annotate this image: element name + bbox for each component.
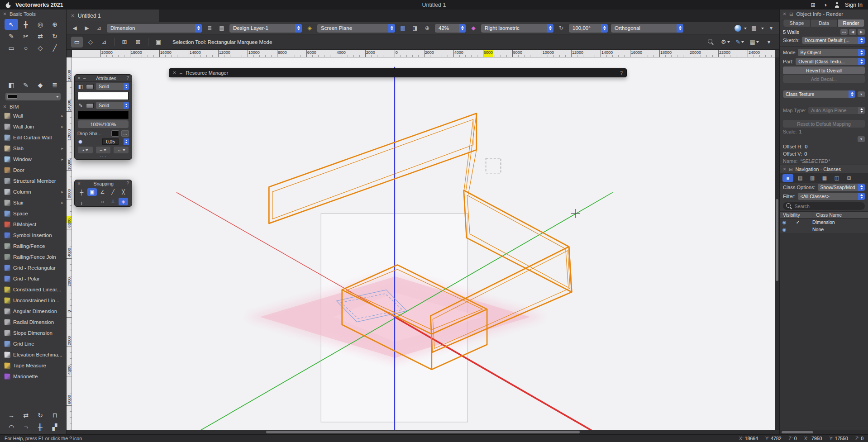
bim-item-door[interactable]: Door [0, 165, 66, 176]
bim-item-angular-dimension[interactable]: Angular Dimension [0, 306, 66, 317]
snap-perpendicular-toggle[interactable]: ⊥ [108, 198, 118, 205]
layer-options-icon[interactable]: ≣ [205, 24, 214, 33]
bim-item-unconstrained-lin[interactable]: Unconstrained Lin... [0, 295, 66, 306]
toolbar-overflow-icon[interactable]: ▾ [767, 24, 776, 33]
pen-color-well[interactable] [78, 111, 129, 119]
sheet-layers-icon[interactable]: ▥ [807, 174, 818, 182]
viewports-icon[interactable]: ▦ [819, 174, 830, 182]
circle-tool[interactable]: ○ [19, 43, 33, 53]
fillet-tool[interactable]: ◠ [5, 422, 18, 432]
tool-attribute-select[interactable] [5, 93, 61, 100]
bim-item-wall[interactable]: Wall▸ [0, 110, 66, 121]
layer-visibility-icon[interactable]: ▤ [217, 24, 226, 33]
visibility-check-icon[interactable]: ✓ [789, 220, 807, 225]
tab-data[interactable]: Data [811, 19, 838, 27]
attributes-palette[interactable]: × – Attributes ? ◧ Solid [74, 74, 132, 160]
drop-shadow-swatch[interactable] [111, 130, 119, 137]
chevron-down-icon[interactable] [744, 28, 747, 31]
move-by-points-tool[interactable]: → [5, 410, 18, 421]
mirror-tool[interactable]: ⇄ [33, 31, 47, 42]
fill-color-well[interactable] [78, 92, 129, 100]
visibility-column-header[interactable]: Visibility [780, 212, 812, 218]
class-search-input[interactable] [794, 203, 862, 209]
dock-icon[interactable]: ⊟ [789, 167, 792, 172]
snap-working-plane-toggle[interactable]: ◈ [119, 198, 128, 205]
modebar-overflow-icon[interactable]: ▾ [763, 37, 775, 48]
bim-item-radial-dimension[interactable]: Radial Dimension [0, 317, 66, 328]
filter-select[interactable]: <All Classes> [798, 193, 865, 200]
close-tab-icon[interactable]: × [71, 14, 74, 18]
bim-item-window[interactable]: Window▸ [0, 154, 66, 165]
attr-style-tool[interactable]: ≣ [48, 80, 62, 90]
part-select[interactable]: Overall (Class Textu... [796, 58, 865, 65]
attributes-palette-header[interactable]: × – Attributes ? [75, 75, 132, 82]
class-row[interactable]: ◉✓Dimension [780, 219, 868, 226]
interactive-scaling-on-button[interactable]: ⊠ [132, 37, 144, 48]
lasso-mode-button[interactable]: ◇ [85, 37, 96, 48]
references-icon[interactable]: ⊞ [844, 174, 854, 182]
attr-fill-tool[interactable]: ◆ [33, 80, 47, 90]
clip-tool[interactable]: ▞ [48, 422, 62, 432]
bim-item-column[interactable]: Column▸ [0, 186, 66, 197]
close-icon[interactable]: × [783, 12, 786, 16]
opacity-control[interactable]: 100%/100% [78, 120, 129, 128]
drop-shadow-options-button[interactable]: … [121, 130, 129, 137]
snap-smart-point-toggle[interactable]: ─ [87, 198, 97, 205]
polygon-mode-button[interactable]: ⊿ [98, 37, 110, 48]
bim-item-grid-line[interactable]: Grid Line [0, 338, 66, 349]
class-search[interactable] [783, 202, 865, 210]
marquee-mode-button[interactable]: ▭ [71, 37, 83, 48]
render-mode-icon[interactable] [734, 25, 741, 32]
snap-grid-toggle[interactable]: ┼ [77, 188, 86, 196]
snapping-palette[interactable]: × Snapping ? ┼▣∠╱╳┬─○⊥◈ [74, 180, 132, 207]
workspace-icon[interactable]: ⊞ [810, 1, 816, 8]
stepper[interactable] [124, 138, 129, 145]
horizontal-scrollbar[interactable] [67, 430, 779, 434]
back-icon[interactable]: ◀ [70, 24, 79, 33]
mode-select[interactable]: By Object [798, 49, 865, 56]
rotate-2d-tool[interactable]: ↻ [33, 410, 47, 421]
split-tool[interactable]: ✂ [19, 31, 33, 42]
pen-pattern-swatch[interactable] [86, 103, 94, 108]
zoom-tool[interactable]: ⊕ [48, 19, 62, 30]
fill-bucket-icon[interactable]: ◧ [77, 84, 84, 90]
rectangle-tool[interactable]: ▭ [5, 43, 18, 53]
snap-edge-toggle[interactable]: ╱ [108, 188, 118, 196]
snap-intersection-toggle[interactable]: ╳ [119, 188, 128, 196]
pan-tool[interactable]: ╋ [19, 19, 33, 30]
bim-item-stair[interactable]: Stair▸ [0, 197, 66, 208]
plane-indicator-icon[interactable]: ◈ [305, 24, 314, 33]
more-options-button[interactable]: ••• [840, 29, 848, 35]
line-thickness-select[interactable]: ▪ [78, 147, 93, 153]
pen-icon[interactable]: ✎ [77, 103, 84, 109]
zoom-level-select[interactable]: 42% [435, 24, 466, 33]
interactive-scaling-off-button[interactable]: ⊞ [119, 37, 130, 48]
previous-object-button[interactable]: ◀ [849, 29, 856, 35]
snap-tangent-toggle[interactable]: ○ [98, 198, 107, 205]
panel-scrollbar-thumb[interactable] [782, 431, 813, 433]
dock-icon[interactable]: ⊟ [789, 12, 793, 17]
selection-tool[interactable]: ↖ [5, 19, 18, 30]
texture-resource-button[interactable]: ▾ [858, 91, 865, 97]
rotate-view-icon[interactable]: ↻ [557, 24, 566, 33]
document-tab[interactable]: × Untitled 1 [67, 10, 159, 22]
bim-item-marionette[interactable]: Marionette [0, 371, 66, 382]
fill-style-select[interactable]: Solid [96, 83, 129, 90]
help-icon[interactable]: ? [620, 71, 623, 76]
active-plane-select[interactable]: Screen Plane [317, 24, 395, 33]
projection-select[interactable]: Orthogonal [611, 24, 683, 33]
bim-item-structural-member[interactable]: Structural Member [0, 176, 66, 186]
bim-item-railing-fence-join[interactable]: Railing/Fence Join [0, 252, 66, 262]
close-icon[interactable]: × [77, 181, 81, 186]
help-icon[interactable]: ? [126, 76, 129, 81]
pen-style-select[interactable]: Solid [96, 102, 129, 109]
class-name-column-header[interactable]: Class Name [812, 212, 868, 218]
classes-icon[interactable]: ≡ [782, 174, 793, 182]
design-layers-icon[interactable]: ▤ [795, 174, 806, 182]
vertical-scrollbar[interactable] [775, 57, 779, 430]
bim-item-grid-polar[interactable]: Grid - Polar [0, 273, 66, 284]
snap-object-toggle[interactable]: ▣ [87, 188, 97, 196]
line-weight-slider[interactable] [78, 140, 82, 144]
saved-view-icon[interactable]: ▦ [398, 24, 407, 33]
close-icon[interactable]: × [173, 71, 176, 75]
